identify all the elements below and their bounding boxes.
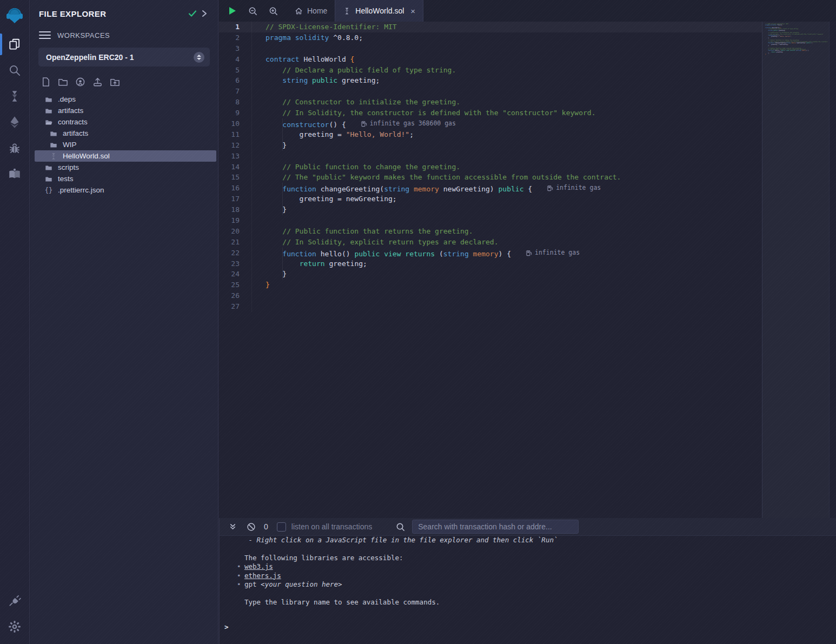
code-line[interactable]: 24 } xyxy=(219,269,762,280)
workspace-spinner-icon[interactable] xyxy=(194,52,204,63)
workspaces-label: WORKSPACES xyxy=(57,31,110,39)
code-line[interactable]: 20 // Public function that returns the g… xyxy=(219,226,762,237)
code-area[interactable]: 1// SPDX-License-Identifier: MIT2pragma … xyxy=(219,22,762,518)
upload-folder-button[interactable] xyxy=(109,76,120,87)
editor-scrollbar[interactable] xyxy=(829,22,836,518)
tree-item-helloworld-sol[interactable]: HelloWorld.sol xyxy=(35,150,216,162)
zoom-out-button[interactable] xyxy=(246,4,259,17)
code-line[interactable]: 2pragma solidity ^0.8.0; xyxy=(219,32,762,43)
line-number: 2 xyxy=(219,32,251,43)
terminal-search-input[interactable] xyxy=(412,520,579,534)
code-line[interactable]: 3 xyxy=(219,43,762,54)
code-line[interactable]: 22 function hello() public view returns … xyxy=(219,248,762,258)
tree-item-contracts[interactable]: contracts xyxy=(35,116,216,128)
tree-item--prettierrc-json[interactable]: {}.prettierrc.json xyxy=(35,184,216,196)
new-file-icon xyxy=(41,77,51,87)
upload-file-button[interactable] xyxy=(92,76,103,87)
tree-item-label: WIP xyxy=(63,141,77,149)
home-icon xyxy=(295,7,303,15)
code-line-text: constructor() {infinite gas 368600 gas xyxy=(251,118,762,129)
sidebar-item-search[interactable] xyxy=(0,57,30,83)
code-line[interactable]: 19 xyxy=(219,215,762,226)
sidebar-item-deploy-run[interactable] xyxy=(0,109,30,135)
code-line[interactable]: 9 // In Solidity, the constructor is def… xyxy=(219,108,762,118)
zoom-in-button[interactable] xyxy=(267,4,280,17)
remix-logo[interactable] xyxy=(0,0,30,31)
file-tree: .depsartifactscontractsartifactsWIPHello… xyxy=(30,94,218,196)
code-line[interactable]: 26 xyxy=(219,290,762,301)
code-line[interactable]: 21 // In Solidity, explicit return types… xyxy=(219,237,762,248)
github-clone-icon xyxy=(75,77,85,87)
solidity-icon xyxy=(49,152,58,161)
line-number: 18 xyxy=(219,204,251,215)
code-line[interactable]: 11 greeting = "Hello, World!"; xyxy=(219,129,762,140)
listen-transactions-checkbox[interactable] xyxy=(277,522,286,532)
code-line[interactable]: 25} xyxy=(219,280,762,290)
code-line[interactable]: 15 // The "public" keyword makes the fun… xyxy=(219,172,762,183)
chevron-right-icon xyxy=(201,10,208,17)
code-line[interactable]: 7 xyxy=(219,86,762,97)
code-editor[interactable]: 1// SPDX-License-Identifier: MIT2pragma … xyxy=(219,22,836,518)
tree-item-tests[interactable]: tests xyxy=(35,173,216,184)
code-line-text: // Public function that returns the gree… xyxy=(251,226,762,237)
new-file-button[interactable] xyxy=(40,76,51,87)
tree-item-wip[interactable]: WIP xyxy=(35,139,216,150)
code-line-text xyxy=(251,290,762,301)
code-line[interactable]: 16 function changeGreeting(string memory… xyxy=(219,183,762,194)
gas-estimate-hint: infinite gas xyxy=(547,183,601,194)
json-icon: {} xyxy=(44,186,53,195)
github-clone-button[interactable] xyxy=(75,76,85,87)
new-folder-button[interactable] xyxy=(57,76,68,87)
library-link[interactable]: web3.js xyxy=(244,562,273,570)
upload-folder-icon xyxy=(110,77,120,87)
tree-item--deps[interactable]: .deps xyxy=(35,94,216,105)
editor-region: Home HelloWorld.sol × 1// SPDX-License-I… xyxy=(219,0,836,644)
code-line[interactable]: 12 } xyxy=(219,140,762,151)
sidebar-item-settings[interactable] xyxy=(0,614,30,640)
code-line[interactable]: 17 greeting = newGreeting; xyxy=(219,194,762,204)
code-line[interactable]: 1// SPDX-License-Identifier: MIT xyxy=(219,22,762,32)
tab-helloworld-sol[interactable]: HelloWorld.sol × xyxy=(335,0,423,22)
code-line[interactable]: 23 return greeting; xyxy=(219,258,762,269)
code-line[interactable]: 5 // Declare a public field of type stri… xyxy=(219,65,762,76)
code-line[interactable]: 10 constructor() {infinite gas 368600 ga… xyxy=(219,118,762,129)
code-line[interactable]: 13 xyxy=(219,151,762,162)
sidebar-item-plugin-manager[interactable] xyxy=(0,588,30,614)
terminal-output[interactable]: interface - Right click on a JavaScript … xyxy=(220,536,836,644)
tab-home[interactable]: Home xyxy=(287,0,335,22)
code-line[interactable]: 4contract HelloWorld { xyxy=(219,54,762,65)
line-number: 24 xyxy=(219,269,251,280)
tree-item-scripts[interactable]: scripts xyxy=(35,162,216,173)
sidebar-item-learneth[interactable] xyxy=(0,161,30,187)
terminal-prompt[interactable]: > xyxy=(220,623,836,632)
tree-item-artifacts[interactable]: artifacts xyxy=(35,105,216,116)
sidebar-item-solidity-compiler[interactable] xyxy=(0,83,30,109)
code-line[interactable]: 14 // Public function to change the gree… xyxy=(219,162,762,172)
terminal-collapse-button[interactable] xyxy=(226,520,239,533)
terminal-clear-button[interactable] xyxy=(244,520,257,533)
sidebar-item-file-explorer[interactable] xyxy=(0,31,30,57)
code-line[interactable]: 18 } xyxy=(219,204,762,215)
workspaces-menu-button[interactable] xyxy=(39,29,51,41)
workspace-ok-check[interactable] xyxy=(187,8,198,19)
tree-item-artifacts[interactable]: artifacts xyxy=(35,128,216,139)
editor-minimap[interactable]: // SPDX-License-Identifier: MITpragma so… xyxy=(762,22,829,518)
library-link[interactable]: ethers.js xyxy=(244,572,281,580)
code-line[interactable]: 8 // Constructor to initialize the greet… xyxy=(219,97,762,108)
code-line[interactable]: 6 string public greeting; xyxy=(219,75,762,86)
tab-close-icon[interactable]: × xyxy=(410,6,415,16)
code-line[interactable]: 27 xyxy=(219,301,762,312)
line-number: 21 xyxy=(219,237,251,248)
code-line-text: function changeGreeting(string memory ne… xyxy=(251,183,762,194)
run-script-button[interactable] xyxy=(225,4,238,17)
code-line-text: // SPDX-License-Identifier: MIT xyxy=(251,22,762,32)
code-line-text: // In Solidity, the constructor is defin… xyxy=(251,108,762,118)
tree-item-label: contracts xyxy=(58,118,88,126)
terminal-search-icon xyxy=(394,520,407,533)
workspace-select[interactable]: OpenZeppelin ERC20 - 1 xyxy=(38,48,210,67)
check-icon xyxy=(188,9,197,18)
sidebar-item-debugger[interactable] xyxy=(0,135,30,161)
terminal-line xyxy=(244,589,836,597)
learneth-book-icon xyxy=(8,167,22,181)
panel-collapse-button[interactable] xyxy=(198,8,210,19)
